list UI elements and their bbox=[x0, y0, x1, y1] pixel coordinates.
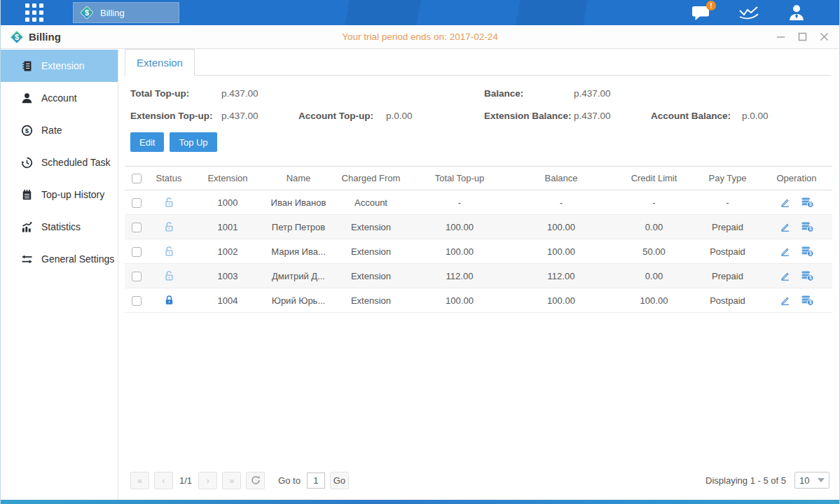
checkbox-cell bbox=[125, 288, 148, 313]
extension-cell: 1003 bbox=[190, 264, 266, 288]
balance-cell: 100.00 bbox=[509, 215, 614, 239]
sidebar-item-label: Scheduled Task bbox=[41, 157, 111, 168]
page-indicator: 1/1 bbox=[179, 475, 192, 486]
refresh-button[interactable] bbox=[246, 472, 265, 489]
credit-limit-cell: - bbox=[614, 190, 694, 215]
sidebar-item-topup-history[interactable]: Top-up History bbox=[1, 178, 118, 211]
window-controls bbox=[775, 31, 829, 43]
sidebar-item-rate[interactable]: $Rate bbox=[1, 114, 118, 146]
unlocked-icon bbox=[163, 221, 175, 233]
app-grid-icon[interactable] bbox=[25, 4, 43, 22]
trial-notice: Your trial period ends on: 2017-02-24 bbox=[1, 31, 839, 42]
action-buttons: Edit Top Up bbox=[125, 132, 831, 152]
reports-chart-icon[interactable] bbox=[738, 4, 759, 21]
top-up-coins-icon[interactable]: $ bbox=[801, 295, 814, 306]
sidebar-item-extension[interactable]: Extension bbox=[1, 50, 118, 82]
tab-extension[interactable]: Extension bbox=[125, 49, 195, 76]
balance-cell: - bbox=[509, 190, 614, 215]
topbar-right-icons: ! bbox=[691, 4, 806, 21]
top-up-coins-icon[interactable]: $ bbox=[801, 270, 814, 281]
svg-text:$: $ bbox=[809, 251, 812, 257]
last-page-button[interactable]: » bbox=[222, 472, 241, 489]
sidebar-item-general-settings[interactable]: General Settings bbox=[1, 243, 118, 275]
minimize-icon[interactable] bbox=[775, 31, 786, 43]
charged-from-cell: Account bbox=[331, 190, 411, 215]
sidebar-item-statistics[interactable]: Statistics bbox=[1, 211, 118, 243]
edit-pencil-icon[interactable] bbox=[779, 197, 791, 208]
credit-limit-cell: 0.00 bbox=[614, 215, 694, 239]
unlocked-icon bbox=[163, 197, 175, 209]
credit-limit-cell: 0.00 bbox=[614, 264, 694, 288]
next-page-button[interactable]: › bbox=[198, 472, 217, 489]
edit-pencil-icon[interactable] bbox=[779, 295, 791, 306]
topbar-billing-tab[interactable]: $ Billing bbox=[73, 2, 179, 23]
top-up-coins-icon[interactable]: $ bbox=[801, 221, 814, 232]
column-header: Name bbox=[266, 167, 331, 190]
total-topup-cell: 100.00 bbox=[411, 288, 509, 313]
page-size-select[interactable]: 10 bbox=[794, 472, 829, 489]
pagination-bar: « ‹ 1/1 › » Go to Go Displaying 1 - 5 of… bbox=[125, 468, 831, 500]
go-button[interactable]: Go bbox=[330, 472, 349, 489]
top-up-button[interactable]: Top Up bbox=[170, 132, 216, 152]
close-icon[interactable] bbox=[818, 31, 829, 43]
row-checkbox[interactable] bbox=[132, 296, 142, 306]
column-header: Status bbox=[148, 167, 190, 190]
maximize-icon[interactable] bbox=[797, 31, 808, 43]
status-cell bbox=[148, 190, 190, 215]
extension-topup-value: p.437.00 bbox=[221, 111, 298, 121]
sidebar-item-label: Account bbox=[41, 92, 77, 104]
top-up-coins-icon[interactable]: $ bbox=[801, 246, 814, 257]
sidebar-item-label: General Settings bbox=[41, 253, 114, 265]
account-balance-value: p.0.00 bbox=[742, 111, 831, 121]
balance-label: Balance: bbox=[484, 88, 574, 99]
operation-cell: $ bbox=[761, 288, 832, 313]
edit-pencil-icon[interactable] bbox=[779, 221, 791, 232]
messages-icon[interactable]: ! bbox=[691, 4, 710, 21]
svg-text:$: $ bbox=[809, 300, 812, 306]
prev-page-button[interactable]: ‹ bbox=[154, 472, 173, 489]
total-topup-cell: 100.00 bbox=[411, 239, 509, 264]
status-cell bbox=[148, 239, 190, 264]
billing-app-icon: $ bbox=[10, 30, 24, 44]
sidebar-item-label: Statistics bbox=[41, 221, 81, 232]
charged-from-cell: Extension bbox=[331, 215, 411, 239]
row-checkbox[interactable] bbox=[132, 272, 142, 281]
total-topup-cell: 112.00 bbox=[411, 264, 509, 288]
window-title: $ Billing bbox=[10, 30, 61, 44]
sidebar-item-account[interactable]: Account bbox=[1, 82, 118, 114]
balance-value: p.437.00 bbox=[574, 88, 651, 99]
edit-button[interactable]: Edit bbox=[130, 132, 164, 152]
checkbox-cell bbox=[125, 190, 148, 215]
first-page-button[interactable]: « bbox=[130, 472, 149, 489]
locked-icon bbox=[163, 295, 175, 307]
extension-cell: 1000 bbox=[190, 190, 266, 215]
top-bar: $ Billing ! bbox=[1, 0, 839, 25]
status-cell bbox=[148, 264, 190, 288]
sidebar-item-label: Rate bbox=[41, 125, 62, 136]
billing-diamond-icon: $ bbox=[80, 6, 94, 20]
charged-from-cell: Extension bbox=[331, 264, 411, 288]
total-topup-cell: - bbox=[411, 190, 509, 215]
edit-pencil-icon[interactable] bbox=[779, 246, 791, 257]
operation-cell: $ bbox=[761, 239, 832, 264]
top-up-coins-icon[interactable]: $ bbox=[801, 197, 814, 208]
extension-cell: 1002 bbox=[190, 239, 266, 264]
charged-from-cell: Extension bbox=[331, 239, 411, 264]
sidebar-item-scheduled-task[interactable]: Scheduled Task bbox=[1, 146, 118, 178]
svg-text:$: $ bbox=[809, 276, 812, 281]
goto-page-input[interactable] bbox=[307, 472, 325, 489]
unlocked-icon bbox=[163, 270, 175, 282]
billing-app-window: { "colors": { "topbar": "#2173cc", "acce… bbox=[0, 0, 840, 504]
user-account-icon[interactable] bbox=[787, 4, 806, 21]
account-balance-label: Account Balance: bbox=[651, 111, 742, 121]
credit-limit-cell: 100.00 bbox=[614, 288, 694, 313]
svg-text:$: $ bbox=[809, 227, 812, 232]
row-checkbox[interactable] bbox=[132, 223, 142, 232]
row-checkbox[interactable] bbox=[132, 247, 142, 257]
table-row: 1003Дмитрий Д...Extension112.00112.000.0… bbox=[125, 264, 832, 288]
balance-summary: Total Top-up: p.437.00 Balance: p.437.00… bbox=[125, 88, 831, 121]
select-all-checkbox[interactable] bbox=[132, 174, 142, 183]
row-checkbox[interactable] bbox=[132, 198, 142, 208]
edit-pencil-icon[interactable] bbox=[779, 270, 791, 281]
sidebar-item-label: Top-up History bbox=[41, 189, 104, 200]
